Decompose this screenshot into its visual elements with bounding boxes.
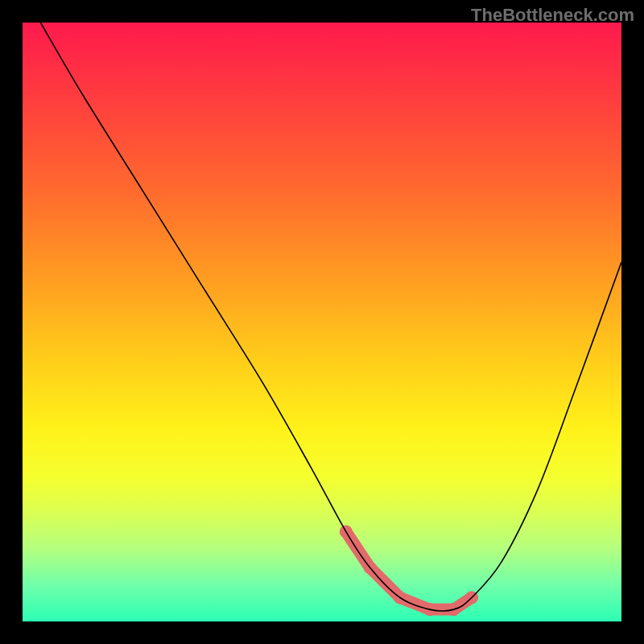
bottleneck-curve [40, 23, 621, 611]
chart-plot-area [23, 23, 621, 621]
chart-svg [23, 23, 621, 621]
watermark-text: TheBottleneck.com [471, 5, 634, 26]
